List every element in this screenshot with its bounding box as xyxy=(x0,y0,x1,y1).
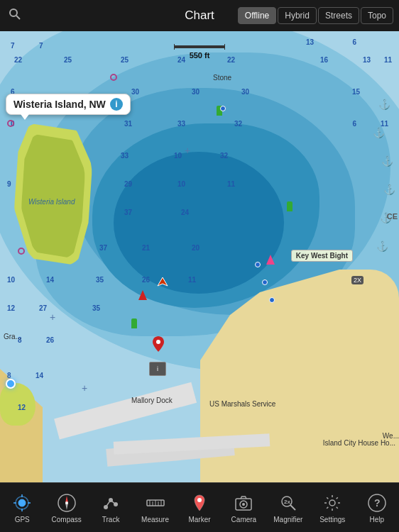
depth-6c: 6 xyxy=(352,120,356,128)
track-label: Track xyxy=(102,516,120,523)
mallory-dock-label: Mallory Dock xyxy=(131,397,173,404)
measure-icon xyxy=(145,492,166,514)
toolbar-help[interactable]: ? Help xyxy=(359,489,395,526)
gps-location-dot xyxy=(6,379,16,389)
key-west-bight-label: Key West Bight xyxy=(291,250,353,262)
settings-icon xyxy=(322,492,343,514)
depth-35b: 35 xyxy=(92,304,100,312)
svg-point-13 xyxy=(65,501,68,504)
magnifier-icon: 2x xyxy=(278,492,299,514)
map-type-offline[interactable]: Offline xyxy=(238,7,276,24)
scale-bar-line xyxy=(174,44,225,50)
svg-point-0 xyxy=(10,9,17,16)
svg-text:2x: 2x xyxy=(284,499,290,505)
compass-icon xyxy=(56,492,77,514)
stone-label: Stone xyxy=(213,74,231,82)
settings-label: Settings xyxy=(319,516,345,523)
depth-11c: 11 xyxy=(227,180,235,188)
depth-13a: 13 xyxy=(306,38,314,46)
depth-29: 29 xyxy=(124,180,132,188)
depth-20a: 20 xyxy=(192,244,200,252)
blue-dot-4 xyxy=(269,297,275,303)
depth-22a: 22 xyxy=(14,56,22,64)
toolbar-compass[interactable]: Compass xyxy=(48,489,85,526)
anchor-icon-3: ⚓ xyxy=(381,155,393,167)
depth-27a: 27 xyxy=(39,304,47,312)
toolbar-settings[interactable]: Settings xyxy=(314,489,351,526)
toolbar-magnifier[interactable]: 2x Magnifier xyxy=(270,489,307,526)
svg-line-1 xyxy=(16,16,20,19)
map-canvas: 550 ft Wisteria Island, NW i Wisteria Is… xyxy=(0,31,399,497)
svg-marker-3 xyxy=(158,277,168,286)
search-icon xyxy=(9,8,21,21)
blue-dot-3 xyxy=(262,279,268,285)
depth-10a: 10 xyxy=(174,152,182,160)
top-bar: Chart Offline Hybrid Streets Topo xyxy=(0,0,399,31)
marker-label: Marker xyxy=(188,516,210,523)
depth-30a: 30 xyxy=(131,88,139,96)
search-button[interactable] xyxy=(9,8,21,24)
green-buoy-3 xyxy=(131,318,137,328)
scale-label: 550 ft xyxy=(190,51,210,60)
depth-25b: 25 xyxy=(121,56,129,64)
wisteria-island-label: Wisteria Island xyxy=(28,198,75,206)
depth-35a: 35 xyxy=(96,276,104,284)
cross-marker-3: + xyxy=(82,382,87,394)
measure-label: Measure xyxy=(141,516,169,523)
bottom-toolbar: GPS Compass Track xyxy=(0,482,399,532)
depth-32a: 32 xyxy=(234,120,242,128)
blue-dot-2 xyxy=(255,262,261,267)
depth-13b: 13 xyxy=(363,56,371,64)
track-icon xyxy=(100,492,121,514)
depth-15: 15 xyxy=(352,88,360,96)
depth-24a: 24 xyxy=(181,209,189,216)
svg-point-23 xyxy=(197,498,202,502)
ce-label: CE xyxy=(387,212,398,221)
map-type-topo[interactable]: Topo xyxy=(361,7,393,24)
toolbar-camera[interactable]: Camera xyxy=(225,489,262,526)
camera-icon xyxy=(233,492,254,514)
svg-point-26 xyxy=(242,503,245,506)
map-area[interactable]: 550 ft Wisteria Island, NW i Wisteria Is… xyxy=(0,31,399,497)
cross-marker-2: + xyxy=(50,311,55,323)
magnifier-label: Magnifier xyxy=(273,516,302,523)
help-icon: ? xyxy=(366,492,388,514)
depth-26b: 26 xyxy=(46,336,54,344)
depth-37b: 37 xyxy=(99,244,107,252)
callout-title: Wisteria Island, NW xyxy=(13,99,106,110)
info-icon[interactable]: i xyxy=(110,98,123,111)
wisteria-callout[interactable]: Wisteria Island, NW i xyxy=(6,94,131,115)
depth-6a: 6 xyxy=(352,38,356,46)
svg-point-2 xyxy=(156,340,160,344)
anchor-icon-2: ⚓ xyxy=(373,127,385,138)
help-label: Help xyxy=(369,516,384,523)
toolbar-gps[interactable]: GPS xyxy=(4,489,40,526)
map-type-hybrid[interactable]: Hybrid xyxy=(278,7,317,24)
map-type-streets[interactable]: Streets xyxy=(318,7,359,24)
marker-icon xyxy=(189,492,210,514)
toolbar-track[interactable]: Track xyxy=(92,489,129,526)
red-location-pin xyxy=(153,336,164,355)
anchor-icon-1: ⚓ xyxy=(378,99,390,110)
we-label: We... xyxy=(383,432,399,440)
depth-7a: 7 xyxy=(11,42,15,50)
pink-marker-1 xyxy=(266,255,275,265)
vessel-marker xyxy=(156,276,169,292)
toolbar-marker[interactable]: Marker xyxy=(181,489,218,526)
circle-marker-1 xyxy=(18,248,25,255)
gps-label: GPS xyxy=(15,516,30,523)
svg-point-30 xyxy=(329,500,335,506)
depth-32b: 32 xyxy=(220,152,228,160)
depth-12a: 12 xyxy=(7,304,15,312)
depth-9: 9 xyxy=(7,180,11,188)
depth-22b: 22 xyxy=(227,56,235,64)
depth-33b: 33 xyxy=(121,152,129,160)
camera-label: Camera xyxy=(231,516,257,523)
svg-text:?: ? xyxy=(374,497,381,509)
depth-37a: 37 xyxy=(124,209,132,216)
depth-31: 31 xyxy=(124,120,132,128)
depth-33a: 33 xyxy=(177,120,185,128)
toolbar-measure[interactable]: Measure xyxy=(137,489,174,526)
compass-label: Compass xyxy=(52,516,82,523)
red-marker-1 xyxy=(138,290,147,300)
